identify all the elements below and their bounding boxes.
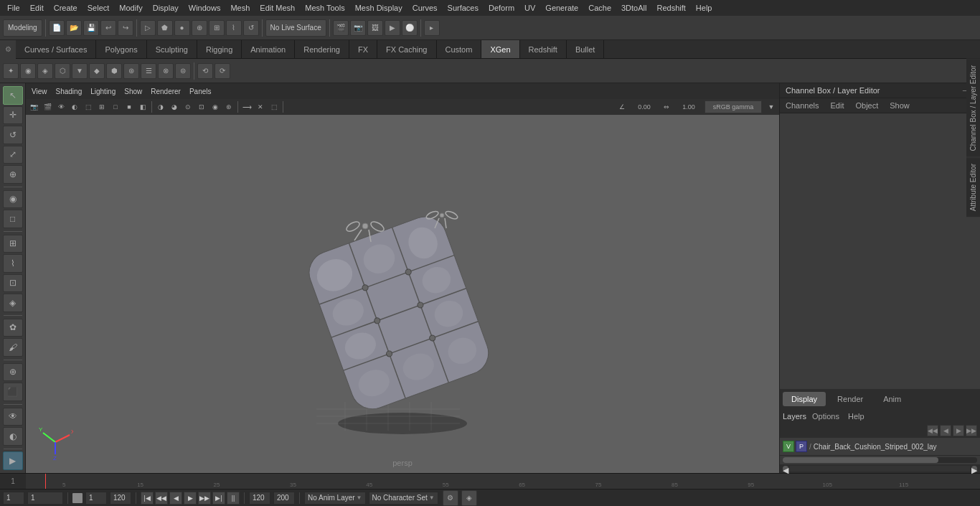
menu-redshift[interactable]: Redshift — [652, 2, 689, 14]
snap-surface-btn[interactable]: ◈ — [3, 294, 23, 312]
playback-step-forward[interactable]: ▶▶ — [198, 492, 211, 505]
tab-show[interactable]: Show — [884, 98, 915, 113]
vp-eye-icon[interactable]: 👁 — [55, 100, 67, 113]
vp-menu-lighting[interactable]: Lighting — [88, 86, 118, 97]
vp-menu-panels[interactable]: Panels — [187, 86, 215, 97]
menu-mesh[interactable]: Mesh — [226, 2, 254, 14]
vp-menu-show[interactable]: Show — [121, 86, 145, 97]
vp-angle-value[interactable]: 0.00 — [631, 100, 657, 113]
menu-edit-mesh[interactable]: Edit Mesh — [255, 2, 299, 14]
vp-menu-renderer[interactable]: Renderer — [148, 86, 184, 97]
vp-menu-view[interactable]: View — [29, 86, 50, 97]
marquee-btn[interactable]: □ — [3, 210, 23, 228]
snap-grid-btn[interactable]: ⊞ — [3, 235, 23, 253]
menu-curves[interactable]: Curves — [408, 2, 442, 14]
xgen-icon5[interactable]: ▼ — [72, 63, 88, 79]
layer-nav-next2[interactable]: ▶▶ — [966, 425, 977, 436]
vp-shading2-icon[interactable]: ◕ — [168, 100, 181, 113]
menu-display[interactable]: Display — [149, 2, 183, 14]
universal-tool-btn[interactable]: ⊕ — [3, 165, 23, 184]
live-surface-btn[interactable]: No Live Surface — [265, 19, 326, 37]
vp-camera-icon[interactable]: 📷 — [27, 100, 40, 113]
vp-dof-icon[interactable]: ◉ — [209, 100, 222, 113]
paint-btn[interactable]: 🖌 — [3, 338, 23, 357]
extra-btn[interactable]: ⊕ — [3, 363, 23, 382]
max-frame-field[interactable]: 200 — [273, 492, 295, 505]
sculpt-btn[interactable]: ✿ — [3, 319, 23, 337]
layer-scroll-thumb[interactable] — [783, 457, 938, 463]
frame-start-field[interactable]: 1 — [3, 492, 24, 505]
render2-icon[interactable]: 📷 — [350, 20, 366, 36]
vp-motion-icon[interactable]: ⟶ — [240, 100, 253, 113]
snap2-icon[interactable]: ⊞ — [209, 20, 225, 36]
scale-tool-btn[interactable]: ⤢ — [3, 146, 23, 164]
frame-marker-field[interactable]: 1 — [85, 492, 107, 505]
xgen-icon1[interactable]: ✦ — [3, 63, 19, 79]
tab-polygons[interactable]: Polygons — [96, 40, 146, 58]
mirror-btn[interactable]: ⬛ — [3, 383, 23, 401]
vp-menu-shading[interactable]: Shading — [53, 86, 85, 97]
frame-end-field[interactable]: 120 — [110, 492, 131, 505]
xgen-icon9[interactable]: ☰ — [141, 63, 156, 79]
char-set-dropdown[interactable]: No Character Set ▼ — [369, 492, 438, 505]
playback-back[interactable]: ◀ — [169, 492, 182, 505]
vp-gamma-selector[interactable]: sRGB gamma — [705, 100, 762, 113]
menu-mesh-display[interactable]: Mesh Display — [351, 2, 407, 14]
vp-film-icon[interactable]: 🎬 — [41, 100, 54, 113]
playback-step-back[interactable]: ◀◀ — [155, 492, 168, 505]
snap-icon[interactable]: ⊕ — [192, 20, 207, 36]
playback-go-start[interactable]: |◀ — [141, 492, 154, 505]
frame-slider-thumb[interactable] — [72, 493, 83, 503]
snap-curve-btn[interactable]: ⌇ — [3, 254, 23, 273]
xgen-icon2[interactable]: ◉ — [20, 63, 36, 79]
workspace-selector[interactable]: Modeling — [3, 19, 42, 37]
layer-scroll-left[interactable]: ◀ — [783, 466, 788, 472]
tab-object[interactable]: Object — [849, 98, 884, 113]
tab-curves-surfaces[interactable]: Curves / Surfaces — [16, 40, 96, 58]
playback-forward[interactable]: ▶ — [184, 492, 197, 505]
menu-help[interactable]: Help — [692, 2, 717, 14]
layer-nav-prev2[interactable]: ◀◀ — [927, 425, 938, 436]
redo-icon[interactable]: ↪ — [118, 20, 133, 36]
menu-mesh-tools[interactable]: Mesh Tools — [301, 2, 349, 14]
menu-create[interactable]: Create — [50, 2, 82, 14]
xgen-icon3[interactable]: ◈ — [37, 63, 53, 79]
layer-nav-prev[interactable]: ◀ — [940, 425, 951, 436]
rotate-tool-btn[interactable]: ↺ — [3, 126, 23, 144]
vp-xray-icon[interactable]: ✕ — [254, 100, 267, 113]
workspace-settings-icon[interactable]: ⚙ — [0, 40, 16, 59]
xgen-icon12[interactable]: ⟲ — [197, 63, 213, 79]
history-btn[interactable]: ▶ — [3, 451, 23, 470]
tab-channels[interactable]: Channels — [780, 98, 824, 113]
menu-uv[interactable]: UV — [520, 2, 540, 14]
layer-scrollbar[interactable] — [783, 457, 977, 463]
playback-go-end[interactable]: ▶| — [212, 492, 225, 505]
lasso-icon[interactable]: ⬟ — [157, 20, 173, 36]
tab-display[interactable]: Display — [783, 392, 826, 406]
layer-visibility-btn[interactable]: V — [783, 441, 794, 452]
layers-help-menu[interactable]: Help — [845, 411, 867, 422]
timeline-track[interactable]: 5 15 25 35 45 55 65 75 85 95 105 115 — [26, 474, 980, 489]
tab-rendering[interactable]: Rendering — [295, 40, 349, 58]
loop-icon[interactable]: ↺ — [243, 20, 259, 36]
xgen-icon13[interactable]: ⟳ — [215, 63, 230, 79]
tab-render[interactable]: Render — [829, 392, 872, 406]
paint-icon[interactable]: ● — [174, 20, 190, 36]
magnet-icon[interactable]: ⌇ — [226, 20, 242, 36]
undo-icon[interactable]: ↩ — [100, 20, 116, 36]
vp-isolate-icon[interactable]: ◐ — [68, 100, 81, 113]
vp-aa-icon[interactable]: ⊡ — [195, 100, 208, 113]
tab-bullet[interactable]: Bullet — [567, 40, 605, 58]
new-scene-icon[interactable]: 📄 — [49, 20, 65, 36]
save-scene-icon[interactable]: 💾 — [83, 20, 99, 36]
ipr-icon[interactable]: ▶ — [385, 20, 400, 36]
snap-point-btn[interactable]: ⊡ — [3, 274, 23, 293]
menu-generate[interactable]: Generate — [541, 2, 583, 14]
render3-icon[interactable]: 🖼 — [367, 20, 383, 36]
anim-layer-dropdown[interactable]: No Anim Layer ▼ — [304, 492, 366, 505]
move-tool-btn[interactable]: ✛ — [3, 106, 23, 125]
open-scene-icon[interactable]: 📂 — [66, 20, 82, 36]
xgen-icon7[interactable]: ⬢ — [106, 63, 122, 79]
menu-select[interactable]: Select — [83, 2, 114, 14]
vp-solid-icon[interactable]: ■ — [123, 100, 136, 113]
